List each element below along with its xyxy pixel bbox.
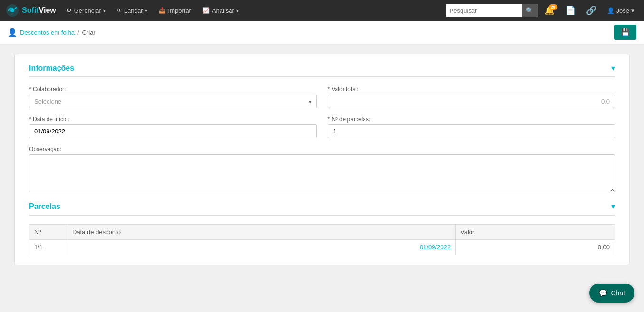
user-chevron-icon: ▾ <box>631 7 634 14</box>
observacao-textarea[interactable] <box>29 154 615 192</box>
user-icon: 👤 <box>607 7 615 14</box>
chevron-down-icon: ▾ <box>103 8 106 13</box>
col-valor: Valor <box>456 225 615 240</box>
nav-gerenciar[interactable]: ⚙ Gerenciar ▾ <box>62 0 110 21</box>
brand-logo[interactable]: SofitView <box>6 4 56 17</box>
notifications-button[interactable]: 🔔 29 <box>540 5 558 16</box>
breadcrumb-current: Criar <box>82 29 96 36</box>
parcelas-section: Parcelas ▾ Nº Data de desconto Valor 1/1… <box>29 202 615 255</box>
document-button[interactable]: 📄 <box>561 5 579 16</box>
user-name: Jose <box>616 7 629 14</box>
breadcrumb-icon: 👤 <box>8 28 17 37</box>
colaborador-select[interactable]: Selecione <box>29 95 317 108</box>
brand-sofit: Sofit <box>22 6 39 14</box>
informacoes-collapse-icon[interactable]: ▾ <box>611 64 615 73</box>
row-data-parcelas: * Data de início: * Nº de parcelas: <box>29 116 615 138</box>
chevron-down-icon: ▾ <box>145 8 147 13</box>
breadcrumb: 👤 Descontos em folha / Criar <box>8 28 96 37</box>
cell-data: 01/09/2022 <box>67 240 456 255</box>
colaborador-select-wrapper: Selecione ▾ <box>29 95 317 108</box>
import-icon: 📥 <box>159 7 166 14</box>
col-num: Nº <box>29 225 67 240</box>
cell-num: 1/1 <box>29 240 67 255</box>
observacao-label: Observação: <box>29 146 615 152</box>
share-button[interactable]: 🔗 <box>582 5 600 16</box>
row-colaborador-valor: * Colaborador: Selecione ▾ * Valor total… <box>29 86 615 108</box>
parcelas-section-header: Parcelas ▾ <box>29 202 615 216</box>
search-button[interactable]: 🔍 <box>522 4 538 17</box>
svg-point-1 <box>10 9 14 12</box>
nav-lancar[interactable]: ✈ Lançar ▾ <box>112 0 152 21</box>
valor-total-label: * Valor total: <box>328 86 615 93</box>
search-box[interactable]: 🔍 <box>446 4 538 17</box>
chevron-down-icon: ▾ <box>236 8 239 13</box>
breadcrumb-link[interactable]: Descontos em folha <box>20 29 75 36</box>
navbar: SofitView ⚙ Gerenciar ▾ ✈ Lançar ▾ 📥 Imp… <box>0 0 644 21</box>
form-group-observacao: Observação: <box>29 146 615 192</box>
gear-icon: ⚙ <box>67 7 72 14</box>
informacoes-section-header: Informações ▾ <box>29 64 615 77</box>
form-card: Informações ▾ * Colaborador: Selecione ▾… <box>14 54 630 265</box>
notification-badge: 29 <box>549 4 557 10</box>
data-inicio-input[interactable] <box>29 124 317 138</box>
num-parcelas-label: * Nº de parcelas: <box>328 116 615 123</box>
nav-analisar[interactable]: 📈 Analisar ▾ <box>198 0 243 21</box>
form-group-num-parcelas: * Nº de parcelas: <box>328 116 615 138</box>
breadcrumb-separator: / <box>77 29 79 36</box>
nav-importar[interactable]: 📥 Importar <box>154 0 196 21</box>
chart-icon: 📈 <box>202 7 210 14</box>
parcelas-title: Parcelas <box>29 202 60 211</box>
user-menu[interactable]: 👤 Jose ▾ <box>603 7 638 14</box>
data-inicio-label: * Data de início: <box>29 116 317 123</box>
num-parcelas-input[interactable] <box>328 124 615 138</box>
form-group-valor-total: * Valor total: <box>328 86 615 108</box>
search-input[interactable] <box>446 5 522 16</box>
brand-view: View <box>39 6 56 14</box>
navbar-right: 🔍 🔔 29 📄 🔗 👤 Jose ▾ <box>446 4 638 17</box>
form-group-colaborador: * Colaborador: Selecione ▾ <box>29 86 317 108</box>
main-content: Informações ▾ * Colaborador: Selecione ▾… <box>0 44 644 274</box>
breadcrumb-bar: 👤 Descontos em folha / Criar 💾 <box>0 21 644 44</box>
launch-icon: ✈ <box>117 7 122 14</box>
parcelas-table: Nº Data de desconto Valor 1/1 01/09/2022… <box>29 224 615 255</box>
informacoes-title: Informações <box>29 64 74 73</box>
cell-valor: 0,00 <box>456 240 615 255</box>
table-row: 1/1 01/09/2022 0,00 <box>29 240 615 255</box>
valor-total-input[interactable] <box>328 95 615 108</box>
parcelas-collapse-icon[interactable]: ▾ <box>611 202 615 211</box>
save-button[interactable]: 💾 <box>614 25 636 40</box>
col-data-desconto: Data de desconto <box>67 225 456 240</box>
form-group-data-inicio: * Data de início: <box>29 116 317 138</box>
colaborador-label: * Colaborador: <box>29 86 317 93</box>
